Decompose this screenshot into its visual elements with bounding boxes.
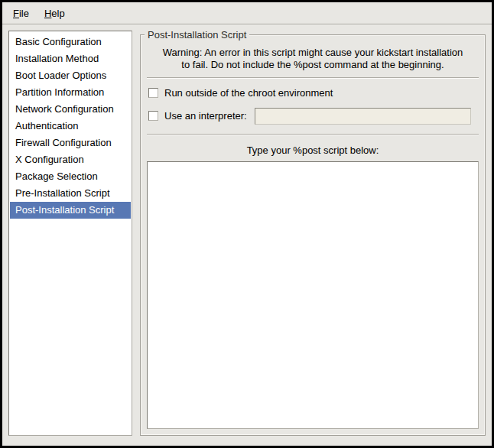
menu-bar: File Help <box>2 2 492 24</box>
menu-file-label: ile <box>19 8 29 19</box>
kickstart-configurator-window: File Help Basic Configuration Installati… <box>0 0 494 448</box>
menu-file-mnemonic: F <box>13 8 19 19</box>
separator <box>147 77 479 79</box>
main-content: Basic Configuration Installation Method … <box>2 24 492 446</box>
sidebar-item-pre-installation-script[interactable]: Pre-Installation Script <box>10 185 131 202</box>
chroot-checkbox[interactable] <box>148 88 158 98</box>
sidebar-item-boot-loader-options[interactable]: Boot Loader Options <box>10 67 131 84</box>
interpreter-checkbox-row: Use an interpreter: <box>148 108 479 125</box>
sidebar-item-package-selection[interactable]: Package Selection <box>10 168 131 185</box>
menu-help[interactable]: Help <box>37 4 73 23</box>
warning-line-1: Warning: An error in this script might c… <box>147 47 479 59</box>
interpreter-input[interactable] <box>255 108 471 125</box>
sidebar-item-x-configuration[interactable]: X Configuration <box>10 151 131 168</box>
interpreter-checkbox-label: Use an interpreter: <box>164 110 247 122</box>
post-installation-frame: Post-Installation Script Warning: An err… <box>140 34 486 436</box>
sidebar-item-firewall-configuration[interactable]: Firewall Configuration <box>10 135 131 151</box>
post-script-textarea[interactable] <box>147 161 479 429</box>
interpreter-checkbox[interactable] <box>148 111 158 121</box>
frame-title: Post-Installation Script <box>145 29 249 41</box>
sidebar-item-partition-information[interactable]: Partition Information <box>10 84 131 101</box>
warning-text: Warning: An error in this script might c… <box>147 47 479 71</box>
chroot-checkbox-row[interactable]: Run outside of the chroot environment <box>148 87 479 99</box>
sidebar-item-network-configuration[interactable]: Network Configuration <box>10 101 131 118</box>
menu-file[interactable]: File <box>5 4 37 23</box>
chroot-checkbox-label: Run outside of the chroot environment <box>164 87 333 99</box>
section-list: Basic Configuration Installation Method … <box>8 31 132 436</box>
sidebar-item-installation-method[interactable]: Installation Method <box>10 50 131 67</box>
menu-help-mnemonic: H <box>44 8 51 19</box>
menu-help-label: elp <box>51 8 64 19</box>
sidebar-item-authentication[interactable]: Authentication <box>10 118 131 135</box>
sidebar-item-basic-configuration[interactable]: Basic Configuration <box>10 34 131 50</box>
script-label: Type your %post script below: <box>147 144 479 156</box>
warning-line-2: to fail. Do not include the %post comman… <box>147 59 479 71</box>
sidebar-item-post-installation-script[interactable]: Post-Installation Script <box>10 202 131 219</box>
separator <box>147 134 479 135</box>
